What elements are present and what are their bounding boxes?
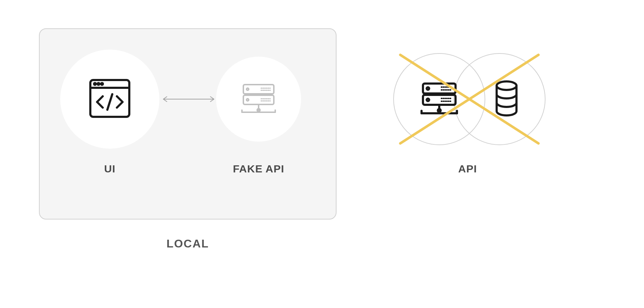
server-icon (236, 75, 282, 123)
svg-point-3 (98, 83, 100, 85)
fake-api-node (216, 57, 301, 142)
fake-api-node-label: FAKE API (216, 163, 301, 175)
svg-point-9 (247, 88, 249, 90)
ui-node (60, 50, 159, 149)
svg-rect-8 (243, 95, 274, 104)
svg-point-23 (427, 87, 429, 90)
server-icon (414, 74, 464, 125)
local-box-label: LOCAL (39, 237, 337, 250)
svg-rect-0 (90, 80, 129, 117)
bidirectional-arrow (161, 96, 216, 103)
code-window-icon (85, 74, 135, 125)
svg-point-20 (497, 81, 516, 90)
architecture-diagram: UI FAK (0, 0, 644, 308)
svg-rect-7 (243, 85, 274, 94)
svg-rect-22 (423, 95, 456, 105)
api-server-node (393, 53, 485, 145)
svg-point-4 (101, 83, 103, 85)
svg-point-2 (94, 83, 96, 85)
ui-node-label: UI (60, 163, 159, 175)
svg-point-10 (247, 99, 249, 101)
svg-rect-21 (423, 84, 456, 93)
api-node-label: API (418, 163, 517, 175)
svg-line-5 (107, 94, 112, 110)
svg-point-24 (427, 99, 429, 101)
